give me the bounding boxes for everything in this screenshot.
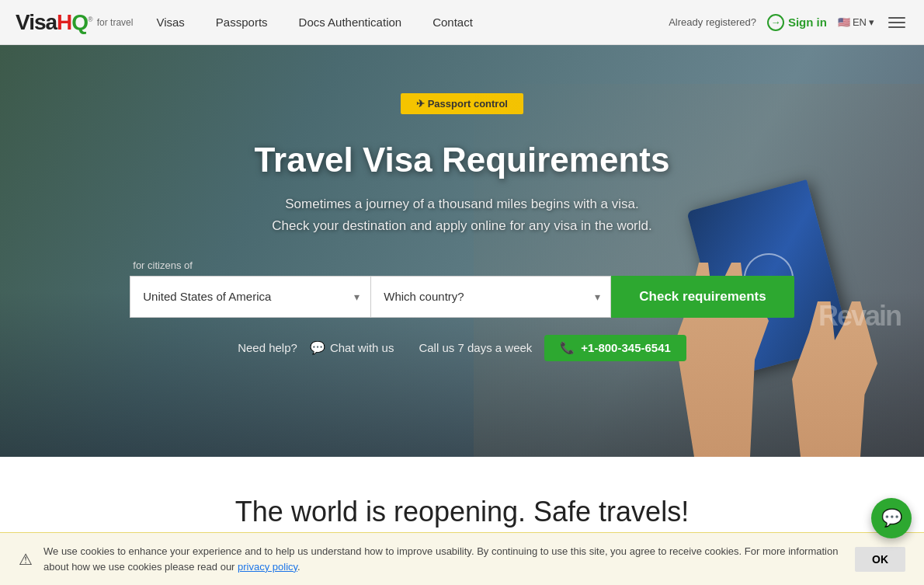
header-right: Already registered? → Sign in 🇺🇸 EN ▾ [669,14,908,31]
citizens-group: for citizens of United States of America… [130,259,794,318]
sign-in-icon: → [767,14,784,31]
nav-visas[interactable]: Visas [156,16,184,29]
language-selector[interactable]: 🇺🇸 EN ▾ [838,16,874,28]
citizens-select-wrapper: United States of America ▾ [130,276,370,318]
hamburger-line-1 [888,17,905,19]
cookie-text: We use cookies to enhance your experienc… [43,544,844,574]
nav-docs-auth[interactable]: Docs Authentication [299,16,402,29]
already-registered-text: Already registered? [669,16,756,28]
chevron-down-icon: ▾ [869,16,874,28]
main-nav: Visas Passports Docs Authentication Cont… [156,16,669,29]
citizens-label: for citizens of [130,259,193,271]
call-text: Call us 7 days a week [419,341,532,354]
help-row: Need help? 💬 Chat with us Call us 7 days… [159,335,765,361]
chat-button[interactable]: 💬 Chat with us [310,340,394,355]
search-form: for citizens of United States of America… [159,259,765,318]
citizens-select[interactable]: United States of America [130,276,370,318]
hamburger-menu[interactable] [885,14,908,31]
chat-widget-button[interactable]: 💬 [871,498,912,538]
hero-subtitle-line1: Sometimes a journey of a thousand miles … [285,197,638,211]
chat-icon: 💬 [310,340,325,355]
cookie-ok-button[interactable]: OK [855,547,905,572]
chat-label: Chat with us [330,341,394,354]
logo: VisaHQ® [16,10,92,35]
hero-section: Passport control Revain Travel Visa Requ… [0,45,924,457]
sign-in-button[interactable]: → Sign in [767,14,827,31]
destination-select[interactable]: Which country? [370,276,611,318]
cookie-banner: ⚠ We use cookies to enhance your experie… [0,532,924,585]
forms-row: United States of America ▾ Which country… [130,276,794,318]
privacy-policy-link[interactable]: privacy policy [238,561,297,573]
logo-tagline: for travel [97,17,134,28]
chat-widget-icon: 💬 [881,508,902,528]
header: VisaHQ® for travel Visas Passports Docs … [0,0,924,45]
hero-title: Travel Visa Requirements [159,141,765,179]
hero-subtitle-line2: Check your destination and apply online … [272,218,652,233]
warning-icon: ⚠ [19,550,33,569]
sign-in-label: Sign in [788,16,827,29]
hero-subtitle: Sometimes a journey of a thousand miles … [159,193,765,235]
flag-icon: 🇺🇸 [838,16,850,28]
check-requirements-button[interactable]: Check requirements [611,276,794,318]
logo-area: VisaHQ® for travel [16,10,133,35]
hamburger-line-2 [888,22,905,23]
phone-number: +1-800-345-6541 [581,341,671,354]
cookie-text-content: We use cookies to enhance your experienc… [43,545,838,573]
need-help-text: Need help? [238,341,297,354]
info-title: The world is reopening. Safe travels! [16,496,908,528]
nav-passports[interactable]: Passports [216,16,268,29]
hero-content: Travel Visa Requirements Sometimes a jou… [159,141,765,360]
phone-button[interactable]: 📞 +1-800-345-6541 [544,335,686,361]
hamburger-line-3 [888,26,905,28]
destination-select-wrapper: Which country? ▾ [370,276,611,318]
phone-icon: 📞 [560,341,575,355]
nav-contact[interactable]: Contact [432,16,473,29]
language-label: EN [853,16,867,28]
